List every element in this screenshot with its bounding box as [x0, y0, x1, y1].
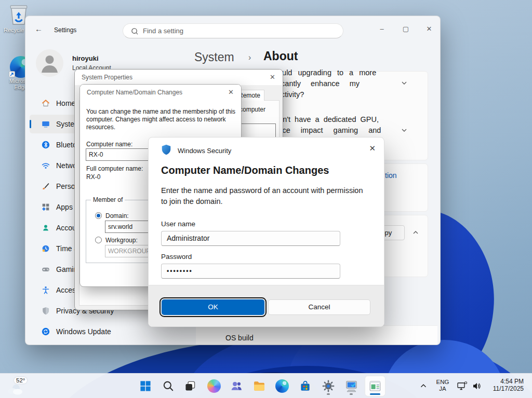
time-label: 4:54 PM [481, 378, 524, 385]
edge-icon [275, 379, 289, 393]
workgroup-radio[interactable] [95, 237, 102, 243]
folder-icon [252, 379, 266, 393]
search-icon [163, 380, 174, 392]
apps-icon [41, 202, 50, 212]
speaker-icon[interactable] [472, 381, 482, 391]
start-button[interactable] [136, 376, 155, 396]
active-window-icon [368, 379, 382, 393]
avatar[interactable] [36, 49, 63, 77]
gear-icon [322, 379, 335, 393]
text-fragment: computer [240, 106, 265, 113]
breadcrumb-parent[interactable]: System [194, 50, 234, 64]
dialog-title: Computer Name/Domain Changes [87, 89, 182, 96]
lang-line2: JA [435, 386, 450, 392]
date-label: 11/17/2025 [481, 385, 524, 392]
cloud-icon [6, 383, 24, 395]
close-icon[interactable]: ✕ [369, 144, 376, 153]
update-icon [41, 327, 50, 336]
search-button[interactable] [158, 376, 178, 396]
minimize-button[interactable]: – [374, 22, 390, 36]
password-input[interactable]: •••••••• [161, 264, 340, 279]
windows-logo-icon [139, 380, 152, 392]
workgroup-radio-label: Workgroup: [105, 237, 138, 244]
domain-radio[interactable] [95, 212, 102, 219]
edge-button[interactable] [272, 376, 292, 396]
shortcut-arrow-icon [9, 71, 15, 77]
chevron-down-icon[interactable] [401, 79, 408, 87]
teams-button[interactable] [227, 376, 246, 396]
dialog-title: System Properties [82, 74, 132, 81]
shield-icon [41, 306, 50, 315]
weather-widget[interactable]: 52° [5, 376, 42, 396]
ok-button[interactable]: OK [162, 299, 264, 315]
search-icon [131, 28, 139, 35]
taskbar: 52° [0, 373, 532, 398]
dialog-footer: OK Cancel [149, 285, 384, 326]
lang-line1: ENG [435, 379, 450, 386]
password-label: Password [161, 253, 192, 260]
windows-security-dialog: Windows Security ✕ Computer Name/Domain … [148, 137, 384, 327]
chevron-down-icon[interactable] [401, 127, 408, 134]
security-app-title: Windows Security [178, 147, 231, 155]
close-icon[interactable]: ✕ [270, 73, 275, 81]
page-title: About [263, 49, 298, 63]
maximize-button[interactable]: ▢ [398, 22, 414, 36]
faq2-line1: I don't have a dedicated GPU, [268, 115, 379, 123]
link-fragment[interactable]: tion [385, 171, 397, 180]
computer-icon [344, 379, 358, 393]
weather-temp: 52° [14, 377, 27, 383]
close-button[interactable]: ✕ [421, 22, 437, 36]
store-button[interactable] [295, 376, 315, 396]
system-icon [41, 119, 50, 129]
gamepad-icon [41, 265, 50, 274]
wifi-icon [41, 161, 50, 170]
file-explorer-button[interactable] [249, 376, 269, 396]
username-input[interactable]: Administrator [161, 231, 340, 246]
clock[interactable]: 4:54 PM 11/17/2025 [481, 378, 524, 392]
copilot-icon [207, 379, 221, 393]
chevron-up-icon[interactable] [412, 229, 419, 236]
sysprops-running-dot [350, 393, 353, 395]
clock-icon [41, 244, 50, 253]
settings-running-dot [327, 393, 330, 395]
search-box[interactable] [123, 23, 343, 38]
home-icon [41, 99, 50, 108]
network-icon[interactable] [456, 381, 468, 391]
computer-name-label: Computer name: [86, 141, 132, 148]
tray-chevron-up-icon[interactable] [419, 381, 428, 391]
accounts-icon [41, 223, 50, 232]
security-heading: Computer Name/Domain Changes [161, 164, 329, 176]
teams-icon [230, 379, 243, 393]
search-input[interactable] [143, 24, 335, 37]
dialog-description: You can change the name and the membersh… [86, 108, 241, 131]
active-app-indicator [370, 393, 380, 395]
task-view-icon [184, 380, 196, 392]
selected-indicator [30, 120, 31, 128]
username-label: User name [161, 220, 195, 228]
full-name-value: RX-0 [86, 173, 100, 181]
copilot-button[interactable] [204, 376, 224, 396]
os-build-row: OS build [196, 325, 437, 345]
brush-icon [41, 182, 50, 191]
store-icon [299, 380, 312, 393]
back-arrow-icon[interactable]: ← [35, 24, 43, 33]
account-name: hiroyuki [72, 54, 99, 62]
accessibility-icon [41, 285, 50, 295]
security-instruction: Enter the name and password of an accoun… [161, 185, 370, 207]
domain-radio-label: Domain: [105, 212, 129, 219]
task-view-button[interactable] [180, 376, 200, 396]
window-title: Settings [54, 26, 76, 34]
cancel-button[interactable]: Cancel [268, 299, 370, 315]
security-shield-icon [162, 144, 171, 155]
bluetooth-icon [41, 140, 50, 149]
breadcrumb-separator: › [248, 53, 251, 62]
close-icon[interactable]: ✕ [228, 88, 234, 96]
os-build-label: OS build [225, 334, 254, 342]
person-icon [36, 49, 63, 77]
member-of-label: Member of [91, 196, 125, 203]
language-indicator[interactable]: ENG JA [435, 379, 450, 392]
full-name-label: Full computer name: [86, 165, 143, 172]
